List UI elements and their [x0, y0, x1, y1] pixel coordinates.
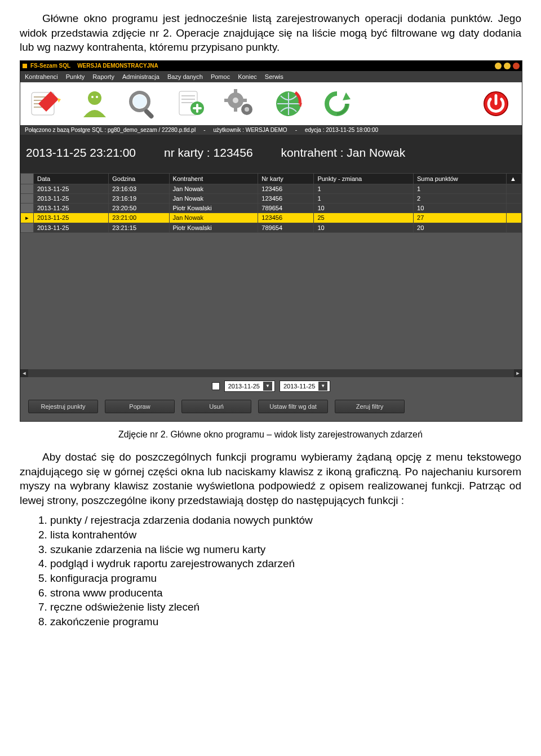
filter-date-to-dropdown-icon[interactable]: ▼	[318, 382, 327, 391]
titlebar: FS-Sezam SQL WERSJA DEMONSTRACYJNA	[20, 61, 522, 71]
list-item: szukanie zdarzenia na liście wg numeru k…	[50, 542, 521, 557]
cell: 10	[314, 223, 414, 232]
app-icon	[23, 64, 27, 68]
cell: 23:16:19	[109, 193, 169, 203]
filter-date-from[interactable]: 2013-11-25 ▼	[224, 381, 275, 392]
table-row[interactable]: 2013-11-2523:20:50Piotr Kowalski78965410…	[21, 203, 522, 213]
window-close-button[interactable]	[513, 63, 520, 69]
svg-point-10	[233, 98, 238, 103]
toolbar	[20, 82, 522, 125]
svg-rect-11	[234, 89, 237, 94]
date-filter-row: 2013-11-25 ▼ 2013-11-25 ▼	[20, 377, 522, 395]
toolbar-www-icon[interactable]	[268, 86, 309, 122]
figure-caption: Zdjęcie nr 2. Główne okno programu – wid…	[20, 430, 521, 440]
cell: Piotr Kowalski	[169, 223, 258, 232]
cell: 23:20:50	[109, 203, 169, 213]
svg-rect-6	[143, 108, 154, 120]
cell: 1	[414, 184, 507, 193]
cell: 123456	[258, 193, 314, 203]
window-maximize-button[interactable]	[504, 63, 511, 69]
cell: 23:21:00	[109, 213, 169, 223]
cell-tail	[507, 213, 522, 223]
filter-date-from-value: 2013-11-25	[228, 383, 260, 390]
toolbar-contractors-icon[interactable]	[74, 86, 115, 122]
filter-enable-checkbox[interactable]	[212, 382, 220, 390]
btn-popraw[interactable]: Popraw	[105, 400, 175, 413]
cell: 789654	[258, 223, 314, 232]
col-kontrahent[interactable]: Kontrahent	[169, 173, 258, 184]
col-godzina[interactable]: Godzina	[109, 173, 169, 184]
row-marker	[21, 223, 34, 232]
svg-rect-12	[234, 107, 237, 112]
menu-punkty[interactable]: Punkty	[66, 73, 85, 80]
svg-rect-13	[224, 99, 229, 102]
toolbar-config-icon[interactable]	[220, 86, 260, 122]
cell: 2013-11-25	[34, 193, 109, 203]
cell: 2013-11-25	[34, 184, 109, 193]
cell: Jan Nowak	[169, 193, 258, 203]
cell: 1	[314, 193, 414, 203]
cell: 23:21:15	[109, 223, 169, 232]
cell: 23:16:03	[109, 184, 169, 193]
current-contractor: kontrahent : Jan Nowak	[281, 146, 406, 160]
app-title-demo: WERSJA DEMONSTRACYJNA	[77, 63, 158, 69]
menu-koniec[interactable]: Koniec	[238, 73, 257, 80]
filter-date-to[interactable]: 2013-11-25 ▼	[280, 381, 330, 392]
toolbar-exit-icon[interactable]	[476, 86, 516, 122]
horizontal-scrollbar[interactable]: ◄ ►	[20, 369, 522, 377]
btn-ustaw-filtr[interactable]: Ustaw filtr wg dat	[258, 400, 328, 413]
menu-administracja[interactable]: Administracja	[122, 73, 159, 80]
toolbar-refresh-icon[interactable]	[317, 86, 357, 122]
current-card: nr karty : 123456	[164, 146, 253, 160]
col-suma-punktow[interactable]: Suma punktów	[414, 173, 507, 184]
toolbar-search-icon[interactable]	[123, 86, 163, 122]
status-edit: edycja : 2013-11-25 18:00:00	[305, 127, 378, 133]
col-nr-karty[interactable]: Nr karty	[258, 173, 314, 184]
action-buttons-row: Rejestruj punkty Popraw Usuń Ustaw filtr…	[20, 395, 522, 421]
cell: 2	[414, 193, 507, 203]
cell-tail	[507, 184, 522, 193]
cell: 789654	[258, 203, 314, 213]
svg-point-5	[133, 95, 147, 108]
menu-bazy-danych[interactable]: Bazy danych	[167, 73, 203, 80]
cell-tail	[507, 203, 522, 213]
filter-date-from-dropdown-icon[interactable]: ▼	[263, 382, 272, 391]
cell: 123456	[258, 213, 314, 223]
col-sort-indicator[interactable]: ▲	[507, 173, 522, 184]
toolbar-register-points-icon[interactable]	[26, 86, 66, 122]
menu-raporty[interactable]: Raporty	[92, 73, 114, 80]
cell: 2013-11-25	[34, 213, 109, 223]
cell: 10	[414, 203, 507, 213]
cell: 10	[314, 203, 414, 213]
menu-serwis[interactable]: Serwis	[265, 73, 283, 80]
table-row[interactable]: 2013-11-2523:16:19Jan Nowak12345612	[21, 193, 522, 203]
window-minimize-button[interactable]	[495, 63, 502, 69]
btn-usun[interactable]: Usuń	[181, 400, 251, 413]
table-row[interactable]: ▸2013-11-2523:21:00Jan Nowak1234562527	[21, 213, 522, 223]
cell: 123456	[258, 184, 314, 193]
toolbar-report-icon[interactable]	[171, 86, 212, 122]
col-punkty-zmiana[interactable]: Punkty - zmiana	[314, 173, 414, 184]
list-item: zakończenie programu	[50, 614, 521, 629]
col-marker	[21, 173, 34, 184]
col-data[interactable]: Data	[34, 173, 109, 184]
intro-para-1: Główne okno programu jest jednocześnie l…	[20, 11, 521, 55]
svg-point-2	[91, 96, 94, 98]
table-row[interactable]: 2013-11-2523:21:15Piotr Kowalski78965410…	[21, 223, 522, 232]
row-marker	[21, 193, 34, 203]
cell: 27	[414, 213, 507, 223]
cell-tail	[507, 223, 522, 232]
menu-kontrahenci[interactable]: Kontrahenci	[25, 73, 58, 80]
btn-zeruj-filtry[interactable]: Zeruj filtry	[335, 400, 405, 413]
scroll-left-arrow[interactable]: ◄	[20, 369, 28, 377]
list-item: strona www producenta	[50, 586, 521, 600]
svg-point-16	[245, 107, 249, 112]
filter-date-to-value: 2013-11-25	[283, 383, 315, 390]
table-row[interactable]: 2013-11-2523:16:03Jan Nowak12345611	[21, 184, 522, 193]
scroll-right-arrow[interactable]: ►	[514, 369, 522, 377]
btn-rejestruj-punkty[interactable]: Rejestruj punkty	[28, 400, 98, 413]
row-marker	[21, 203, 34, 213]
list-item: konfiguracja programu	[50, 571, 521, 586]
current-datetime: 2013-11-25 23:21:00	[26, 146, 136, 160]
menu-pomoc[interactable]: Pomoc	[211, 73, 230, 80]
